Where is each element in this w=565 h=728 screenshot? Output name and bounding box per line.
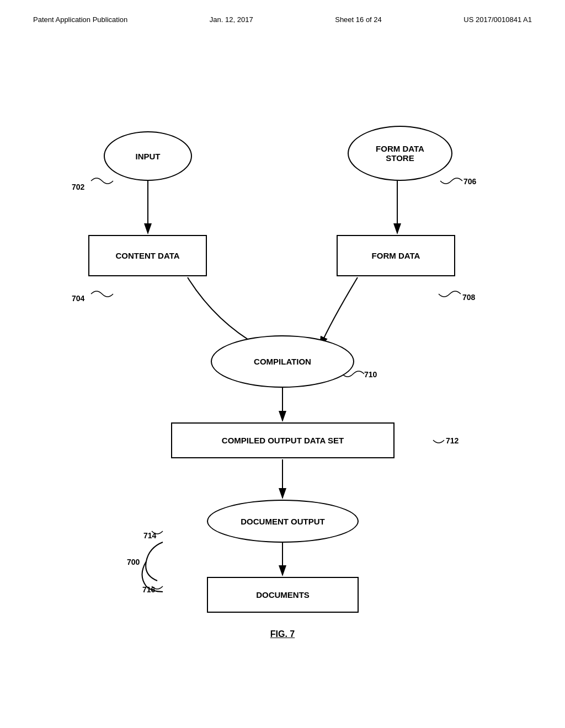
- ref-702: 702: [72, 183, 84, 191]
- ref-706: 706: [463, 177, 476, 186]
- diagram: INPUT FORM DATA STORE CONTENT DATA FORM …: [0, 24, 565, 686]
- header-date: Jan. 12, 2017: [210, 15, 253, 24]
- form-data-node: FORM DATA: [337, 235, 455, 276]
- ref-710: 710: [364, 370, 377, 379]
- ref-714: 714: [143, 531, 156, 540]
- ref-708: 708: [462, 293, 475, 302]
- header-patent: US 2017/0010841 A1: [463, 15, 532, 24]
- header-sheet: Sheet 16 of 24: [335, 15, 382, 24]
- ref-716: 716: [142, 585, 155, 594]
- ref-700: 700: [127, 558, 140, 566]
- figure-label: FIG. 7: [238, 629, 327, 639]
- ref-712: 712: [446, 436, 459, 445]
- document-output-node: DOCUMENT OUTPUT: [207, 500, 359, 543]
- compiled-output-node: COMPILED OUTPUT DATA SET: [171, 422, 395, 458]
- documents-node: DOCUMENTS: [207, 577, 359, 613]
- page-header: Patent Application Publication Jan. 12, …: [0, 0, 565, 24]
- form-data-store-node: FORM DATA STORE: [348, 126, 452, 181]
- compilation-node: COMPILATION: [211, 335, 354, 388]
- ref-704: 704: [72, 294, 84, 303]
- input-node: INPUT: [104, 131, 192, 181]
- header-left: Patent Application Publication: [33, 15, 127, 24]
- content-data-node: CONTENT DATA: [88, 235, 207, 276]
